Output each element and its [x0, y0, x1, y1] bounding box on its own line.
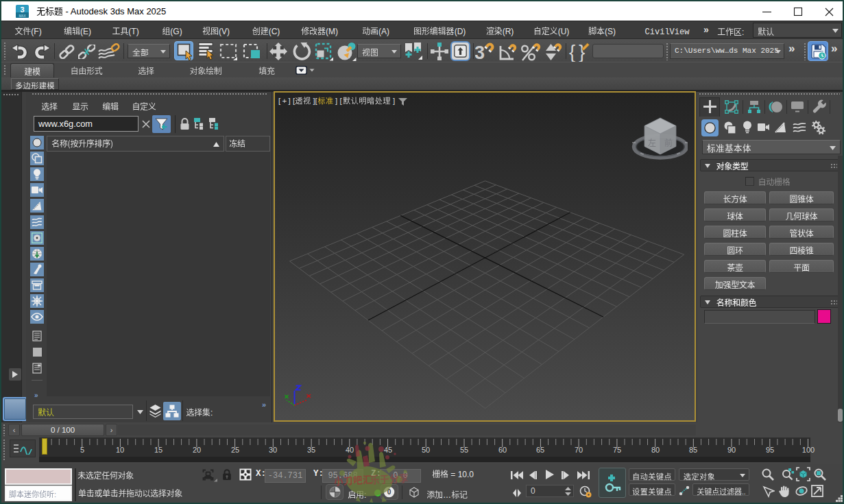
- svg-text:MAX: MAX: [19, 14, 26, 18]
- svg-text:}: }: [579, 41, 585, 62]
- svg-text:3: 3: [20, 5, 24, 14]
- svg-text:3: 3: [475, 43, 485, 62]
- svg-text:{: {: [569, 41, 575, 62]
